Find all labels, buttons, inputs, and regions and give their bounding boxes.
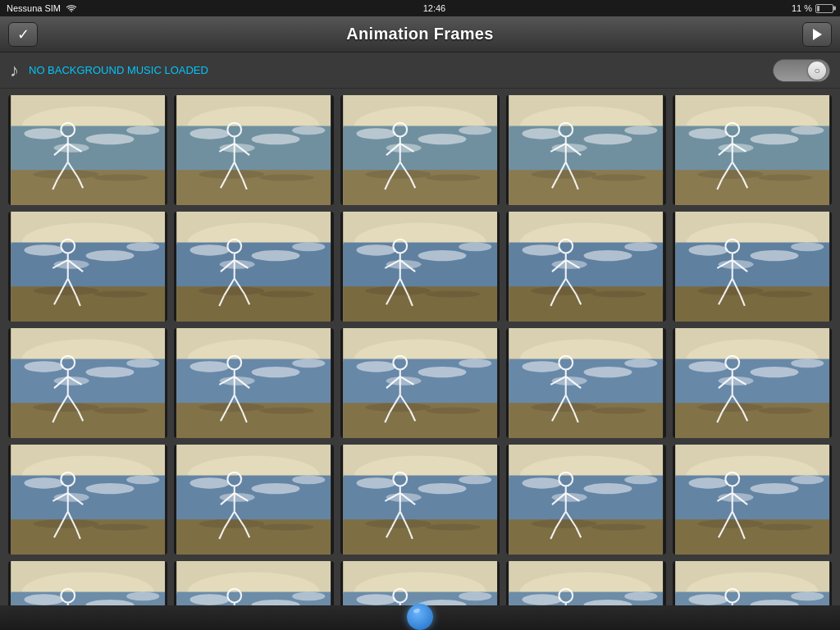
svg-line-169	[551, 295, 556, 306]
play-button[interactable]	[802, 22, 832, 47]
frame-cell[interactable]	[8, 445, 167, 555]
svg-point-273	[791, 359, 824, 368]
frame-cell[interactable]	[340, 95, 500, 205]
frame-cell[interactable]	[340, 561, 500, 605]
frame-cell[interactable]	[673, 212, 832, 322]
frame-cell[interactable]	[506, 95, 665, 205]
svg-line-263	[566, 395, 574, 412]
frame-cell[interactable]	[673, 561, 832, 605]
svg-line-379	[741, 528, 745, 539]
svg-line-359	[551, 528, 556, 539]
frame-canvas	[174, 212, 333, 322]
svg-line-264	[552, 411, 558, 422]
status-time: 12:46	[423, 3, 446, 13]
svg-point-277	[725, 356, 739, 370]
frame-cell[interactable]	[8, 561, 167, 605]
frame-cell[interactable]	[8, 328, 167, 438]
svg-line-224	[226, 395, 234, 410]
svg-line-187	[732, 278, 740, 295]
svg-line-33	[234, 144, 249, 155]
svg-line-132	[244, 294, 249, 305]
svg-line-358	[566, 511, 577, 527]
svg-point-121	[293, 243, 326, 252]
frame-cell[interactable]	[340, 445, 500, 555]
svg-line-51	[386, 144, 400, 155]
svg-line-109	[68, 260, 83, 272]
svg-point-7	[126, 126, 159, 135]
frame-cell[interactable]	[673, 445, 832, 555]
frame-cell[interactable]	[174, 328, 333, 438]
svg-line-374	[717, 493, 732, 501]
frame-canvas	[8, 95, 167, 205]
frame-cell[interactable]	[8, 95, 167, 205]
svg-line-341	[409, 528, 413, 539]
frame-cell[interactable]	[174, 561, 333, 605]
frame-cell[interactable]	[340, 328, 500, 438]
frame-cell[interactable]	[340, 212, 500, 322]
svg-point-216	[293, 359, 326, 368]
frame-cell[interactable]	[8, 212, 167, 322]
svg-line-131	[219, 295, 224, 306]
svg-line-89	[719, 144, 733, 155]
svg-line-320	[234, 511, 244, 527]
toolbar: ♪ NO BACKGROUND MUSIC LOADED	[0, 52, 840, 89]
music-toggle[interactable]	[773, 59, 830, 82]
music-icon[interactable]: ♪	[10, 60, 19, 81]
svg-line-360	[577, 527, 582, 538]
svg-line-56	[410, 178, 415, 189]
frames-grid-container	[0, 89, 840, 605]
frame-cell[interactable]	[174, 212, 333, 322]
svg-line-227	[242, 412, 246, 422]
frame-cell[interactable]	[174, 445, 333, 555]
svg-line-52	[400, 144, 414, 152]
music-status-label: NO BACKGROUND MUSIC LOADED	[29, 64, 763, 76]
svg-point-368	[791, 476, 824, 485]
svg-line-204	[68, 377, 82, 385]
frame-canvas	[8, 445, 167, 555]
frame-cell[interactable]	[673, 328, 832, 438]
svg-line-302	[54, 527, 60, 538]
svg-line-318	[234, 493, 248, 501]
svg-point-49	[393, 123, 407, 137]
svg-line-186	[724, 278, 732, 294]
play-icon	[813, 29, 822, 40]
svg-line-165	[552, 260, 566, 272]
svg-line-284	[742, 411, 747, 422]
frame-canvas	[673, 95, 832, 205]
svg-line-150	[386, 294, 392, 305]
svg-point-178	[791, 243, 824, 252]
back-button[interactable]: ✓	[8, 22, 38, 47]
svg-line-377	[732, 511, 740, 528]
svg-line-303	[76, 528, 80, 539]
svg-line-337	[400, 493, 415, 504]
frame-cell[interactable]	[506, 328, 665, 438]
svg-point-182	[725, 240, 739, 253]
frame-cell[interactable]	[506, 445, 665, 555]
svg-point-429	[393, 589, 407, 603]
frame-canvas	[8, 212, 167, 322]
svg-line-226	[221, 411, 226, 422]
svg-line-34	[226, 162, 234, 177]
frame-canvas	[506, 328, 665, 438]
frame-cell[interactable]	[506, 212, 665, 322]
frame-canvas	[8, 561, 167, 605]
svg-line-242	[400, 377, 414, 385]
frame-cell[interactable]	[506, 561, 665, 605]
svg-line-90	[732, 144, 746, 152]
frame-cell[interactable]	[174, 95, 333, 205]
svg-line-167	[556, 278, 567, 295]
svg-line-147	[400, 260, 415, 272]
svg-line-203	[54, 377, 68, 388]
svg-line-299	[68, 493, 83, 504]
frame-cell[interactable]	[673, 95, 832, 205]
svg-point-391	[62, 589, 75, 603]
svg-line-73	[566, 162, 574, 179]
svg-line-206	[68, 395, 79, 410]
svg-line-265	[574, 412, 578, 422]
frame-canvas	[174, 561, 333, 605]
svg-line-336	[385, 493, 399, 501]
svg-line-14	[68, 144, 82, 152]
svg-line-112	[54, 294, 60, 305]
frame-canvas	[506, 212, 665, 322]
svg-point-311	[293, 476, 326, 485]
